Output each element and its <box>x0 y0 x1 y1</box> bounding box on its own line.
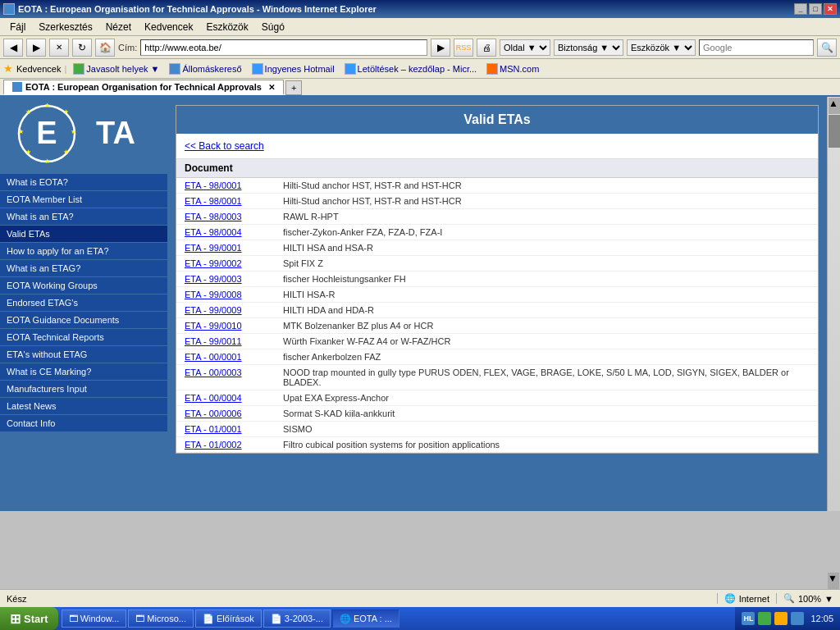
menu-file[interactable]: Fájl <box>3 20 32 34</box>
nav-what-is-etag[interactable]: What is an ETAG? <box>0 260 167 277</box>
bookmark-letoltesek[interactable]: Letöltések – kezdőlap - Micr... <box>341 62 481 75</box>
refresh-address-button[interactable]: ▶ <box>431 39 450 57</box>
eta-link[interactable]: ETA - 99/0001 <box>176 240 275 255</box>
back-button[interactable]: ◀ <box>3 39 23 57</box>
taskbar-item-windows[interactable]: 🗔 Window... <box>62 609 127 628</box>
nav-ce-marking[interactable]: What is CE Marking? <box>0 363 167 381</box>
title-bar: EOTA : European Organisation for Technic… <box>0 0 840 18</box>
minimize-button[interactable]: _ <box>794 3 807 15</box>
menu-favorites[interactable]: Kedvencek <box>138 20 199 34</box>
nav-what-is-eta[interactable]: What is an ETA? <box>0 208 167 226</box>
close-button[interactable]: ✕ <box>824 3 837 15</box>
taskbar-icon-eota: 🌐 <box>340 614 351 624</box>
bookmark-allomaskereso[interactable]: Állomáskereső <box>166 62 244 75</box>
menu-tools[interactable]: Eszközök <box>199 20 254 34</box>
table-row: ETA - 00/0006 Sormat S-KAD kiila-ankkuri… <box>176 406 818 422</box>
taskbar-icon-3-2003: 📄 <box>271 614 282 624</box>
nav-etas-without-etag[interactable]: ETA's without ETAG <box>0 346 167 363</box>
taskbar-item-3-2003[interactable]: 📄 3-2003-... <box>263 609 331 628</box>
address-bar: ◀ ▶ ✕ ↻ 🏠 Cím: ▶ RSS 🖨 Oldal ▼ Biztonság… <box>0 36 840 59</box>
menu-bar: Fájl Szerkesztés Nézet Kedvencek Eszközö… <box>0 18 840 36</box>
msn-icon <box>486 63 498 75</box>
stop-button[interactable]: ✕ <box>49 39 69 57</box>
url-input[interactable] <box>140 39 427 56</box>
taskbar-item-eloirasok[interactable]: 📄 Előírások <box>195 609 262 628</box>
nav-menu: What is EOTA? EOTA Member List What is a… <box>0 174 167 432</box>
eta-description: SISMO <box>275 422 818 437</box>
eta-link[interactable]: ETA - 00/0003 <box>176 365 275 380</box>
tools-dropdown[interactable]: Eszközök ▼ <box>627 39 696 56</box>
eta-link[interactable]: ETA - 98/0001 <box>176 178 275 193</box>
nav-technical-reports[interactable]: EOTA Technical Reports <box>0 329 167 346</box>
bookmark-suggested[interactable]: Javasolt helyek ▼ <box>70 62 162 75</box>
menu-view[interactable]: Nézet <box>99 20 138 34</box>
table-row: ETA - 98/0003 RAWL R-HPT <box>176 209 818 225</box>
maximize-button[interactable]: □ <box>809 3 822 15</box>
eta-link[interactable]: ETA - 99/0002 <box>176 256 275 271</box>
security-dropdown[interactable]: Biztonság ▼ <box>554 39 623 56</box>
eta-link[interactable]: ETA - 99/0010 <box>176 318 275 333</box>
bookmark-hotmail[interactable]: Ingyenes Hotmail <box>249 62 338 75</box>
eta-link[interactable]: ETA - 99/0008 <box>176 287 275 302</box>
eta-link[interactable]: ETA - 00/0001 <box>176 349 275 364</box>
scroll-thumb[interactable] <box>829 115 840 148</box>
nav-endorsed-etags[interactable]: Endorsed ETAG's <box>0 294 167 312</box>
page-dropdown[interactable]: Oldal ▼ <box>500 39 550 56</box>
rss-button[interactable]: RSS <box>454 39 473 57</box>
start-button[interactable]: ⊞ Start <box>0 607 58 630</box>
tab-label: EOTA : European Organisation for Technic… <box>25 82 262 92</box>
eta-link[interactable]: ETA - 00/0006 <box>176 406 275 421</box>
eta-link[interactable]: ETA - 98/0001 <box>176 194 275 208</box>
nav-how-to-apply[interactable]: How to apply for an ETA? <box>0 243 167 260</box>
taskbar-icon-eloirasok: 📄 <box>203 614 214 624</box>
favorites-star-icon: ★ <box>3 62 13 75</box>
refresh-button[interactable]: ↻ <box>72 39 92 57</box>
taskbar-item-eota[interactable]: 🌐 EOTA : ... <box>332 609 399 628</box>
nav-what-is-eota[interactable]: What is EOTA? <box>0 174 167 191</box>
eta-link[interactable]: ETA - 99/0003 <box>176 272 275 286</box>
nav-valid-etas[interactable]: Valid ETAs <box>0 226 167 243</box>
bookmark-msn[interactable]: MSN.com <box>483 62 542 75</box>
taskbar-item-microsо[interactable]: 🗔 Microsо... <box>128 609 194 628</box>
home-button[interactable]: 🏠 <box>95 39 115 57</box>
zoom-dropdown-icon[interactable]: ▼ <box>824 594 833 604</box>
eota-logo-svg: ★ ★ ★ ★ ★ ★ ★ ★ E TA <box>14 101 153 167</box>
scroll-down-button[interactable]: ▼ <box>828 573 839 589</box>
scrollbar[interactable]: ▲ ▼ <box>827 97 840 511</box>
svg-text:★: ★ <box>63 108 69 116</box>
search-button[interactable]: 🔍 <box>817 39 837 57</box>
menu-help[interactable]: Súgó <box>255 20 291 34</box>
status-bar: Kész 🌐 Internet 🔍 100% ▼ <box>0 589 840 607</box>
search-input[interactable] <box>699 39 814 56</box>
forward-button[interactable]: ▶ <box>26 39 46 57</box>
eta-link[interactable]: ETA - 99/0011 <box>176 334 275 349</box>
nav-manufacturers-input[interactable]: Manufacturers Input <box>0 381 167 398</box>
table-row: ETA - 00/0003 NOOD trap mounted in gully… <box>176 365 818 390</box>
tab-eota[interactable]: EOTA : European Organisation for Technic… <box>3 80 284 95</box>
scroll-up-button[interactable]: ▲ <box>829 98 840 114</box>
eta-link[interactable]: ETA - 98/0004 <box>176 225 275 240</box>
nav-latest-news[interactable]: Latest News <box>0 398 167 415</box>
app-icon <box>3 3 15 15</box>
eta-link[interactable]: ETA - 99/0009 <box>176 303 275 317</box>
eta-link[interactable]: ETA - 01/0002 <box>176 437 275 452</box>
eta-link[interactable]: ETA - 98/0003 <box>176 209 275 224</box>
nav-member-list[interactable]: EOTA Member List <box>0 191 167 208</box>
new-tab-button[interactable]: + <box>285 80 302 95</box>
nav-guidance-docs[interactable]: EOTA Guidance Documents <box>0 312 167 329</box>
back-to-search-link[interactable]: << Back to search <box>176 134 818 159</box>
print-button[interactable]: 🖨 <box>477 39 496 57</box>
eta-description: Würth Fixanker W-FAZ A4 or W-FAZ/HCR <box>275 334 818 349</box>
eta-link[interactable]: ETA - 00/0004 <box>176 390 275 405</box>
document-header: Document <box>176 159 818 178</box>
suggested-icon <box>73 63 84 75</box>
svg-text:★: ★ <box>44 158 50 165</box>
eta-table: ETA - 98/0001 Hilti-Stud anchor HST, HST… <box>176 178 818 453</box>
nav-working-groups[interactable]: EOTA Working Groups <box>0 277 167 294</box>
nav-contact-info[interactable]: Contact Info <box>0 415 167 432</box>
tab-close-icon[interactable]: ✕ <box>268 83 275 92</box>
menu-edit[interactable]: Szerkesztés <box>32 20 98 34</box>
table-row: ETA - 01/0001 SISMO <box>176 422 818 437</box>
eta-link[interactable]: ETA - 01/0001 <box>176 422 275 436</box>
taskbar-icon-windows: 🗔 <box>69 614 78 623</box>
